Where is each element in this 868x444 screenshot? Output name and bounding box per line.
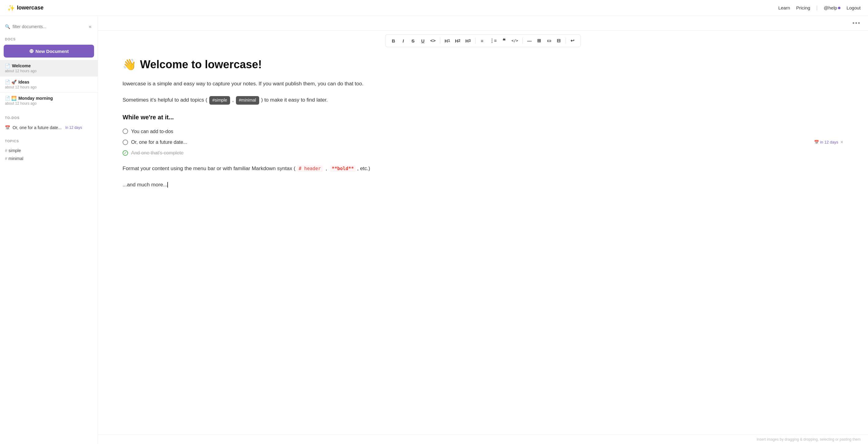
todo-item-future-date[interactable]: 📅 Or, one for a future date... in 12 day… xyxy=(0,123,98,132)
doc-meta-welcome: about 12 hours ago xyxy=(5,69,93,73)
todo-check-3: ✓ xyxy=(123,150,128,156)
more-text: ...and much more... xyxy=(123,182,167,187)
doc-icon-monday: 📄 🌅 xyxy=(5,96,17,101)
logo-icon: ✨ xyxy=(7,4,15,12)
footer-text: Insert images by dragging & dropping, se… xyxy=(756,437,861,442)
undo-button[interactable]: ↩ xyxy=(568,36,577,45)
app-logo: ✨ lowercase xyxy=(7,4,43,12)
table-button[interactable]: ⊟ xyxy=(555,36,563,45)
topics-prefix: Sometimes it's helpful to add topics ( xyxy=(123,97,207,103)
options-button[interactable]: ••• xyxy=(852,20,861,27)
calendar-icon-2: 📅 xyxy=(814,139,819,146)
blockquote-button[interactable]: ❝ xyxy=(500,36,508,45)
underline-button[interactable]: U xyxy=(418,36,427,45)
toolbar-separator-2 xyxy=(475,38,475,44)
intro-paragraph: lowercase is a simple and easy way to ca… xyxy=(123,79,843,89)
todo-date-badge: 📅 in 12 days ✕ xyxy=(814,139,843,146)
h2-button[interactable]: H2 xyxy=(453,36,462,45)
topic-simple[interactable]: # simple xyxy=(0,146,98,155)
todo-circle-2 xyxy=(123,140,128,145)
title-text: Welcome to lowercase! xyxy=(140,58,262,71)
hash-icon-simple: # xyxy=(5,148,7,153)
nav-links: Learn Pricing | @help Logout xyxy=(778,5,861,11)
logout-button[interactable]: Logout xyxy=(846,5,861,10)
todos-section-label: TO-DOS xyxy=(0,113,98,121)
todo-date-text: in 12 days xyxy=(820,139,838,146)
code-header: # header xyxy=(297,165,322,172)
content-area: ••• B I S U <> H1 H2 H3 ≡ ⋮≡ ❝ </> — ⊞ ▭… xyxy=(98,16,868,444)
topics-list: # simple # minimal xyxy=(0,144,98,165)
topics-suffix: ) to make it easy to find later. xyxy=(261,97,328,103)
docs-section-label: DOCS xyxy=(0,35,98,42)
nav-learn[interactable]: Learn xyxy=(778,5,790,10)
code-block-button[interactable]: </> xyxy=(509,36,520,45)
tag-simple[interactable]: #simple xyxy=(209,96,230,105)
doc-icon-ideas: 📄 🚀 xyxy=(5,79,17,84)
document-body: lowercase is a simple and easy way to ca… xyxy=(123,79,843,190)
plus-icon: ⊕ xyxy=(29,48,34,55)
sidebar: 🔍 « DOCS ⊕ New Document 📄 Welcome about … xyxy=(0,16,98,444)
bold-button[interactable]: B xyxy=(389,36,398,45)
hr-button[interactable]: — xyxy=(525,36,534,45)
code-button[interactable]: <> xyxy=(428,36,437,45)
todo-text-2: Or, one for a future date... xyxy=(131,138,187,146)
h1-button[interactable]: H1 xyxy=(443,36,452,45)
editor-toolbar: B I S U <> H1 H2 H3 ≡ ⋮≡ ❝ </> — ⊞ ▭ ⊟ ↩ xyxy=(385,34,581,47)
image-grid-button[interactable]: ⊞ xyxy=(535,36,544,45)
editor-area[interactable]: 👋 Welcome to lowercase! lowercase is a s… xyxy=(98,51,868,435)
editor-footer: Insert images by dragging & dropping, se… xyxy=(98,435,868,444)
while-heading: While we're at it... xyxy=(123,112,843,123)
ordered-list-button[interactable]: ⋮≡ xyxy=(488,36,499,45)
strikethrough-button[interactable]: S xyxy=(409,36,417,45)
document-title: 👋 Welcome to lowercase! xyxy=(123,58,843,71)
todo-text-1: You can add to-dos xyxy=(131,127,173,136)
new-document-button[interactable]: ⊕ New Document xyxy=(4,45,94,58)
doc-meta-ideas: about 12 hours ago xyxy=(5,85,93,89)
hash-icon-minimal: # xyxy=(5,156,7,161)
todo-text: Or, one for a future date... xyxy=(12,125,62,130)
image-button[interactable]: ▭ xyxy=(545,36,553,45)
todo-item-1[interactable]: You can add to-dos xyxy=(123,127,843,136)
format-paragraph: Format your content using the menu bar o… xyxy=(123,164,843,173)
format-mid: , xyxy=(324,166,329,171)
document-item-monday[interactable]: 📄 🌅 Monday morning about 12 hours ago xyxy=(0,93,98,109)
topics-mid: , xyxy=(232,97,234,103)
doc-title-monday: 📄 🌅 Monday morning xyxy=(5,96,93,101)
h3-button[interactable]: H3 xyxy=(464,36,473,45)
topics-section-label: TOPICS xyxy=(0,137,98,144)
search-icon: 🔍 xyxy=(5,24,10,29)
doc-icon-welcome: 📄 xyxy=(5,63,10,68)
format-suffix: , etc.) xyxy=(357,166,370,171)
todo-circle-1 xyxy=(123,129,128,134)
tag-minimal[interactable]: #minimal xyxy=(236,96,259,105)
main-layout: 🔍 « DOCS ⊕ New Document 📄 Welcome about … xyxy=(0,16,868,444)
todo-item-2[interactable]: Or, one for a future date... 📅 in 12 day… xyxy=(123,138,843,146)
format-prefix: Format your content using the menu bar o… xyxy=(123,166,296,171)
todos-list: 📅 Or, one for a future date... in 12 day… xyxy=(0,121,98,134)
todo-date: in 12 days xyxy=(65,126,82,130)
doc-meta-monday: about 12 hours ago xyxy=(5,101,93,106)
document-item-ideas[interactable]: 📄 🚀 Ideas about 12 hours ago xyxy=(0,76,98,93)
doc-title-welcome: 📄 Welcome xyxy=(5,63,93,68)
todo-list: You can add to-dos Or, one for a future … xyxy=(123,127,843,157)
new-doc-label: New Document xyxy=(35,49,69,54)
logo-text: lowercase xyxy=(17,5,43,11)
topic-minimal[interactable]: # minimal xyxy=(0,155,98,163)
nav-pricing[interactable]: Pricing xyxy=(796,5,810,10)
content-topbar: ••• xyxy=(98,16,868,31)
search-input[interactable] xyxy=(12,24,85,29)
text-cursor xyxy=(167,182,168,188)
italic-button[interactable]: I xyxy=(399,36,407,45)
navbar: ✨ lowercase Learn Pricing | @help Logout xyxy=(0,0,868,16)
help-dot xyxy=(838,7,840,9)
code-bold: **bold** xyxy=(330,165,356,172)
todo-item-3[interactable]: ✓ And one that's complete xyxy=(123,149,843,157)
bullet-list-button[interactable]: ≡ xyxy=(478,36,487,45)
search-bar: 🔍 « xyxy=(0,21,98,32)
remove-date-button[interactable]: ✕ xyxy=(840,139,843,146)
nav-divider: | xyxy=(816,5,817,11)
todo-text-3: And one that's complete xyxy=(131,149,184,157)
collapse-button[interactable]: « xyxy=(88,23,93,30)
document-item-welcome[interactable]: 📄 Welcome about 12 hours ago xyxy=(0,60,98,76)
nav-help[interactable]: @help xyxy=(824,5,841,10)
